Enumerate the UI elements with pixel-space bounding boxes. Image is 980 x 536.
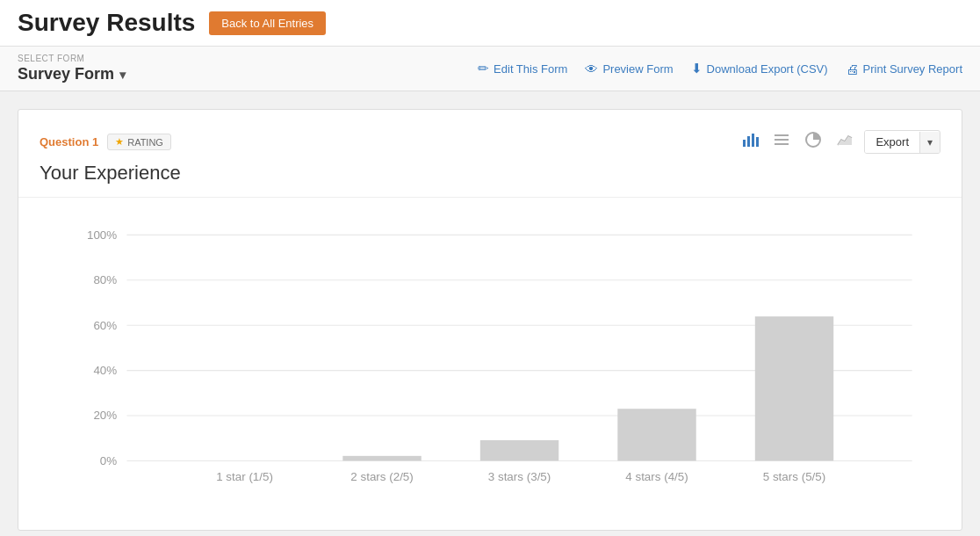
bar-chart-icon: [741, 131, 759, 148]
bar-5: [755, 316, 833, 460]
svg-text:80%: 80%: [93, 273, 117, 286]
chart-controls: Export ▾: [738, 127, 940, 156]
question-number: Question 1: [40, 135, 98, 148]
svg-text:4 stars (4/5): 4 stars (4/5): [625, 470, 688, 483]
svg-text:100%: 100%: [87, 228, 117, 242]
svg-rect-3: [756, 137, 759, 147]
select-form-label: SELECT FORM: [18, 54, 126, 63]
eye-icon: 👁: [585, 62, 598, 76]
question-divider: [18, 197, 962, 198]
edit-form-button[interactable]: ✏ Edit This Form: [478, 61, 567, 76]
print-report-button[interactable]: 🖨 Print Survey Report: [846, 62, 962, 76]
page-title: Survey Results: [18, 9, 195, 37]
download-csv-button[interactable]: ⬇ Download Export (CSV): [691, 61, 828, 76]
svg-text:40%: 40%: [93, 364, 117, 377]
top-header: Survey Results Back to All Entries: [0, 0, 980, 47]
chart-area: 100% 80% 60% 40% 20% 0% 1 star (1/5) 2 s…: [40, 215, 940, 512]
form-selector-area: SELECT FORM Survey Form ▾: [18, 54, 126, 83]
question-card: Question 1 ★ RATING: [18, 109, 962, 531]
rating-badge: ★ RATING: [107, 134, 171, 150]
question-meta: Question 1 ★ RATING: [40, 134, 171, 150]
bar-chart-svg: 100% 80% 60% 40% 20% 0% 1 star (1/5) 2 s…: [48, 215, 932, 510]
svg-rect-5: [775, 139, 789, 141]
back-button[interactable]: Back to All Entries: [209, 11, 326, 35]
svg-text:3 stars (3/5): 3 stars (3/5): [488, 470, 551, 483]
print-report-label: Print Survey Report: [863, 62, 962, 76]
pie-chart-button[interactable]: [801, 127, 825, 156]
main-content: Question 1 ★ RATING: [0, 91, 980, 536]
svg-text:60%: 60%: [93, 319, 117, 332]
svg-rect-4: [775, 134, 789, 136]
svg-text:1 star (1/5): 1 star (1/5): [216, 470, 273, 483]
pie-chart-icon: [804, 131, 822, 148]
export-dropdown-button[interactable]: Export: [865, 131, 919, 153]
area-chart-button[interactable]: [832, 127, 857, 156]
toolbar: SELECT FORM Survey Form ▾ ✏ Edit This Fo…: [0, 47, 980, 91]
svg-text:5 stars (5/5): 5 stars (5/5): [763, 470, 826, 483]
download-csv-label: Download Export (CSV): [707, 62, 828, 76]
svg-text:0%: 0%: [100, 454, 117, 467]
export-dropdown-arrow[interactable]: ▾: [919, 132, 940, 153]
list-view-button[interactable]: [769, 127, 794, 156]
edit-icon: ✏: [478, 61, 489, 76]
bar-3: [480, 440, 558, 460]
download-icon: ⬇: [691, 61, 703, 76]
toolbar-actions: ✏ Edit This Form 👁 Preview Form ⬇ Downlo…: [478, 61, 962, 76]
question-header: Question 1 ★ RATING: [40, 127, 940, 156]
export-dropdown: Export ▾: [864, 130, 940, 154]
form-name-label: Survey Form: [18, 65, 114, 83]
svg-text:20%: 20%: [93, 409, 117, 422]
bar-chart-button[interactable]: [738, 127, 762, 156]
svg-text:2 stars (2/5): 2 stars (2/5): [350, 470, 414, 483]
svg-rect-2: [752, 134, 754, 147]
print-icon: 🖨: [846, 62, 859, 76]
bar-4: [617, 409, 695, 460]
list-icon: [773, 131, 790, 148]
preview-form-button[interactable]: 👁 Preview Form: [585, 62, 673, 76]
preview-form-label: Preview Form: [602, 62, 673, 76]
svg-rect-6: [775, 143, 789, 145]
area-chart-icon: [836, 131, 854, 148]
question-type-label: RATING: [127, 137, 163, 148]
edit-form-label: Edit This Form: [494, 62, 567, 76]
chevron-down-icon: ▾: [119, 68, 126, 82]
svg-rect-1: [747, 136, 750, 147]
bar-2: [342, 456, 421, 461]
svg-rect-0: [743, 140, 746, 147]
star-icon: ★: [115, 136, 124, 148]
form-select-button[interactable]: Survey Form ▾: [18, 65, 126, 83]
question-title: Your Experience: [40, 162, 940, 185]
